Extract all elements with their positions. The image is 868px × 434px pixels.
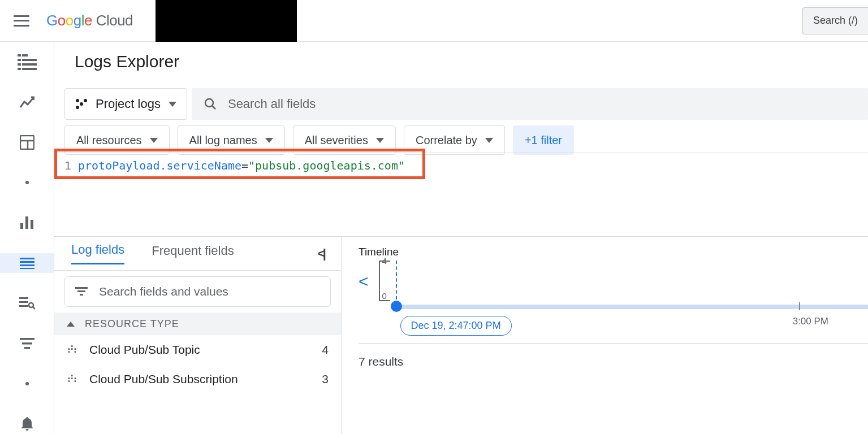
field-row[interactable]: ⠞⠆ Cloud Pub/Sub Topic 4 (54, 335, 341, 364)
global-search-button[interactable]: Search (/) (802, 7, 868, 34)
scatter-icon: ⠞⠆ (67, 373, 79, 385)
search-button-label: Search (/) (813, 15, 858, 27)
filter-correlate[interactable]: Correlate by (404, 125, 505, 155)
nav-dot-1[interactable] (0, 173, 54, 193)
query-val: "pubsub.googleapis.com" (248, 159, 405, 172)
timeline-3pm-label: 3:00 PM (793, 316, 828, 327)
axis-max: 4 (382, 256, 387, 266)
nav-bell-icon[interactable] (0, 414, 54, 434)
field-count: 4 (322, 343, 329, 357)
svg-point-15 (76, 106, 79, 109)
fields-search-placeholder: Search fields and values (99, 285, 228, 298)
chevron-down-icon (485, 138, 493, 143)
chevron-down-icon (376, 138, 384, 143)
chevron-down-icon (169, 102, 176, 107)
redacted-area (156, 0, 297, 42)
filter-lognames[interactable]: All log names (178, 125, 285, 155)
log-fields-panel: Log fields Frequent fields <| Search fie… (54, 237, 342, 434)
field-label: Cloud Pub/Sub Topic (89, 343, 312, 357)
query-key: protoPayload.serviceName (78, 159, 241, 172)
scatter-icon: ⠞⠆ (67, 344, 79, 356)
collapse-panel-icon[interactable]: <| (318, 246, 324, 261)
svg-rect-5 (20, 261, 34, 263)
svg-rect-17 (75, 287, 88, 289)
timeline-panel: Timeline < 4 0 Dec 19, 2:47:00 PM 3 (342, 237, 868, 434)
filter-resources[interactable]: All resources (64, 125, 170, 155)
chevron-down-icon (265, 138, 273, 143)
chevron-down-icon (150, 138, 158, 143)
svg-point-14 (84, 99, 87, 102)
svg-point-12 (76, 99, 79, 102)
timeline-tick (799, 302, 800, 310)
svg-rect-19 (80, 294, 83, 296)
scope-select[interactable]: Project logs (64, 88, 187, 120)
svg-point-8 (29, 303, 33, 307)
filter-icon (75, 287, 88, 296)
search-icon (204, 98, 217, 110)
line-number: 1 (54, 159, 78, 172)
nav-chart-icon[interactable] (0, 92, 54, 112)
nav-list-icon[interactable] (0, 52, 54, 72)
group-label: RESOURCE TYPE (85, 318, 179, 330)
field-row[interactable]: ⠞⠆ Cloud Pub/Sub Subscription 3 (54, 364, 341, 394)
svg-rect-10 (22, 342, 32, 345)
search-placeholder: Search all fields (228, 97, 316, 111)
left-nav (0, 42, 54, 434)
timeline-time-pill: Dec 19, 2:47:00 PM (400, 316, 512, 336)
chevron-up-icon (67, 322, 75, 327)
tab-log-fields[interactable]: Log fields (71, 242, 124, 264)
query-op: = (241, 159, 248, 172)
nav-filter-icon[interactable] (0, 333, 54, 353)
search-all-fields[interactable]: Search all fields (192, 88, 868, 120)
scope-label: Project logs (96, 97, 161, 111)
axis-min: 0 (382, 291, 387, 301)
more-filters-button[interactable]: +1 filter (513, 125, 574, 155)
svg-rect-1 (20, 223, 23, 229)
svg-rect-7 (20, 268, 34, 269)
svg-rect-11 (24, 347, 30, 349)
nav-dashboard-icon[interactable] (0, 132, 54, 152)
group-resource-type[interactable]: RESOURCE TYPE (54, 313, 341, 335)
svg-rect-4 (20, 258, 34, 259)
svg-rect-18 (77, 290, 85, 292)
menu-button[interactable] (14, 15, 29, 27)
nav-search-logs-icon[interactable] (0, 293, 54, 313)
svg-rect-3 (31, 220, 33, 229)
query-editor[interactable]: 1 protoPayload.serviceName="pubsub.googl… (54, 153, 868, 237)
tab-frequent-fields[interactable]: Frequent fields (152, 244, 234, 264)
nav-logs-icon[interactable] (0, 253, 54, 273)
fields-search-input[interactable]: Search fields and values (64, 276, 331, 307)
scope-icon (75, 98, 88, 110)
nav-dot-2[interactable] (0, 374, 54, 394)
timeline-label: Timeline (359, 246, 868, 258)
timeline-handle[interactable] (391, 301, 402, 312)
page-title: Logs Explorer (75, 52, 868, 71)
google-cloud-logo[interactable]: Google Cloud (46, 12, 133, 29)
nav-bars-icon[interactable] (0, 213, 54, 233)
svg-rect-2 (25, 216, 28, 229)
filter-severities[interactable]: All severities (293, 125, 396, 155)
svg-point-13 (80, 102, 83, 106)
field-count: 3 (322, 372, 329, 386)
svg-rect-6 (20, 264, 34, 266)
svg-rect-9 (20, 338, 34, 340)
timeline-prev[interactable]: < (359, 272, 369, 291)
svg-point-16 (205, 99, 213, 107)
field-label: Cloud Pub/Sub Subscription (89, 372, 312, 386)
timeline-track[interactable]: Dec 19, 2:47:00 PM 3:00 PM (396, 261, 868, 311)
results-count: 7 results (359, 343, 868, 368)
